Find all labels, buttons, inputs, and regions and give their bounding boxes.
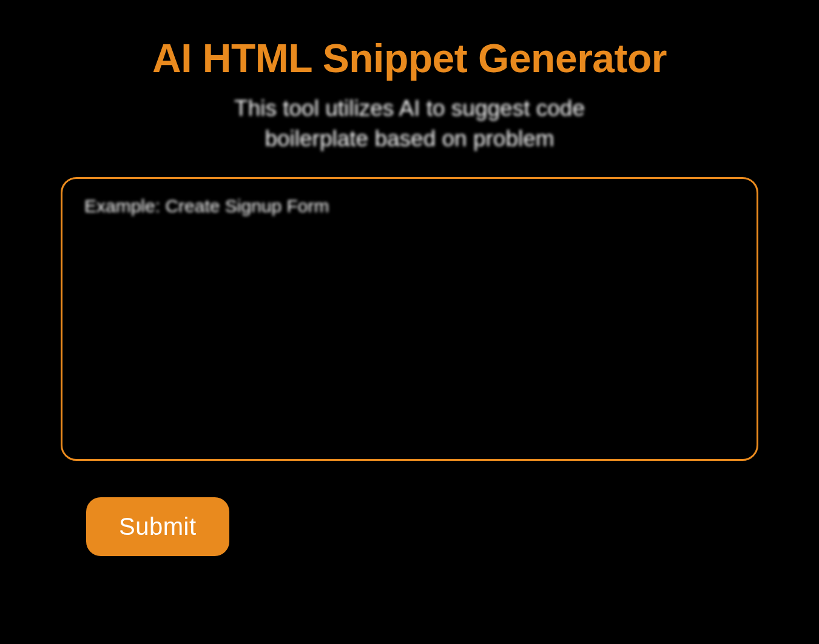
- prompt-input[interactable]: [61, 177, 758, 461]
- main-container: AI HTML Snippet Generator This tool util…: [0, 0, 819, 556]
- page-subtitle: This tool utilizes AI to suggest code bo…: [234, 93, 585, 154]
- page-title: AI HTML Snippet Generator: [152, 35, 667, 81]
- submit-button[interactable]: Submit: [86, 497, 229, 556]
- subtitle-line-1: This tool utilizes AI to suggest code: [234, 96, 585, 121]
- subtitle-line-2: boilerplate based on problem: [265, 126, 554, 151]
- button-row: Submit: [61, 497, 758, 556]
